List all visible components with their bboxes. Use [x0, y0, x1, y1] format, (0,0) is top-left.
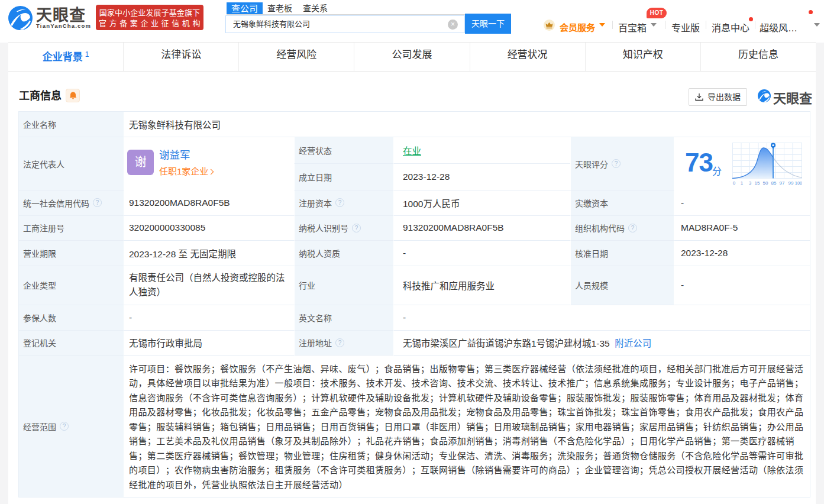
svg-text:15: 15 — [755, 180, 760, 185]
svg-text:1: 1 — [741, 180, 744, 185]
svg-text:3: 3 — [749, 180, 752, 185]
svg-text:97: 97 — [780, 180, 785, 185]
svg-text:99: 99 — [789, 180, 794, 185]
svg-text:85: 85 — [771, 180, 777, 185]
svg-text:100: 100 — [795, 180, 802, 185]
svg-text:50: 50 — [763, 180, 768, 185]
svg-text:0: 0 — [733, 180, 736, 185]
